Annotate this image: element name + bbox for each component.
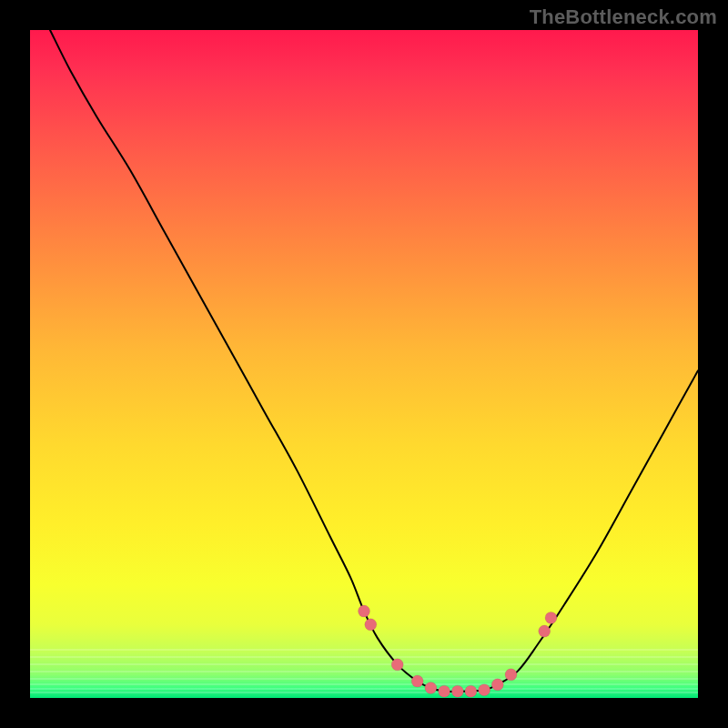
plot-area (30, 30, 698, 698)
curve-marker (411, 675, 423, 687)
curve-marker (479, 684, 490, 696)
chart-frame: TheBottleneck.com (0, 0, 728, 728)
curve-marker (545, 612, 557, 623)
curve-marker (505, 669, 517, 681)
curve-svg (30, 30, 698, 698)
curve-marker (539, 625, 551, 637)
curve-marker (465, 685, 477, 697)
curve-marker (491, 679, 503, 691)
curve-marker (425, 682, 437, 694)
curve-marker (359, 605, 370, 617)
watermark-label: TheBottleneck.com (530, 5, 717, 29)
curve-marker (365, 619, 377, 631)
curve-marker (439, 685, 450, 697)
curve-marker (391, 659, 403, 671)
bottleneck-curve (50, 30, 698, 692)
curve-marker (451, 685, 463, 697)
curve-markers (359, 605, 558, 697)
